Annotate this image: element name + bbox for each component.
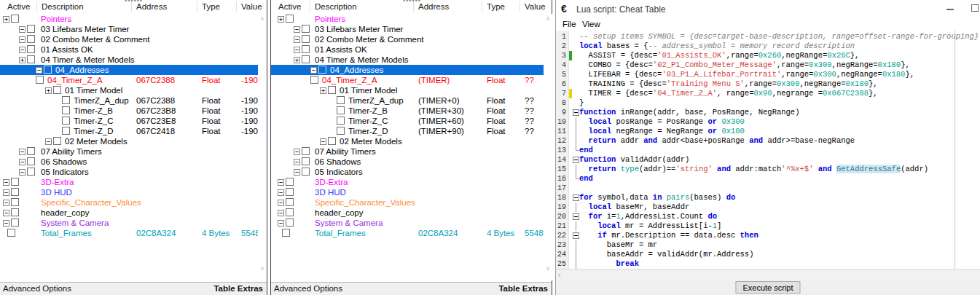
table-row[interactable]: −07 Ability Timers [271,146,552,157]
fold-toggle-icon[interactable] [573,109,579,116]
table-row[interactable]: Total_Frames02C8A3244 Bytes5548 [0,228,267,238]
active-checkbox[interactable] [337,96,345,104]
column-header-value[interactable]: Value [525,2,546,11]
active-checkbox[interactable] [286,208,294,216]
active-checkbox[interactable] [286,188,294,196]
active-checkbox[interactable] [53,137,61,145]
table-row[interactable]: −03 Lifebars Meter Timer [271,24,552,34]
expand-toggle[interactable]: − [278,210,284,216]
table-row[interactable]: −01 Assists OK [271,44,552,55]
active-checkbox[interactable] [302,157,310,165]
expand-toggle[interactable]: − [320,138,326,145]
active-checkbox[interactable] [62,127,70,135]
column-header-address[interactable]: Address [136,2,167,11]
expand-toggle[interactable]: − [278,179,284,186]
expand-toggle[interactable]: + [320,87,326,94]
expand-toggle[interactable]: − [310,67,317,74]
expand-toggle[interactable]: + [294,57,300,63]
table-row[interactable]: −07 Ability Timers [0,146,267,157]
active-checkbox[interactable] [11,178,19,186]
active-checkbox[interactable] [27,45,35,53]
expand-toggle[interactable]: − [3,220,9,227]
active-checkbox[interactable] [11,208,19,216]
active-checkbox[interactable] [302,147,310,155]
table-extras-label[interactable]: Table Extras [213,284,263,293]
table-row[interactable]: +Pointers [271,14,552,24]
table-row[interactable]: −03 Lifebars Meter Timer [0,24,267,34]
expand-toggle[interactable]: − [278,220,284,227]
expand-toggle[interactable]: − [294,26,300,33]
active-checkbox[interactable] [27,168,35,176]
active-checkbox[interactable] [337,117,345,125]
active-checkbox[interactable] [286,219,294,227]
column-header-description[interactable]: Description [315,2,357,11]
table-row[interactable]: Timer-Z_B067C23B8Float-190 [0,106,267,116]
active-checkbox[interactable] [328,86,336,94]
lua-code-editor[interactable]: 1-- setup items SYMBOL = {desc=target-ba… [556,31,980,269]
expand-toggle[interactable]: − [19,26,26,33]
fold-toggle-icon[interactable] [573,194,579,201]
minimize-button[interactable] [946,9,954,10]
table-row[interactable]: 04_Timer_Z_A(TIMER)Float?? [271,75,552,85]
scroll-up-icon[interactable]: ∧ [258,15,267,23]
table-row[interactable]: −3D HUD [0,187,267,197]
active-checkbox[interactable] [11,219,19,227]
table-extras-label[interactable]: Table Extras [498,284,548,293]
active-checkbox[interactable] [337,127,345,135]
table-row[interactable]: Timer-Z_D(TIMER+90)Float?? [271,126,552,136]
scroll-up-icon[interactable]: ∧ [544,15,552,23]
active-checkbox[interactable] [27,147,35,155]
table-row[interactable]: −header_copy [0,208,267,218]
table-row[interactable]: −01 Assists OK [0,44,267,55]
active-checkbox[interactable] [302,168,310,176]
table-row[interactable]: −06 Shadows [271,157,552,167]
active-checkbox[interactable] [27,35,35,43]
active-checkbox[interactable] [27,157,35,165]
table-row[interactable]: Timer-Z_D067C2418Float-190 [0,126,267,136]
table-row[interactable]: −02 Combo Meter & Comment [271,34,552,44]
expand-toggle[interactable]: − [19,169,26,176]
fold-toggle-icon[interactable] [573,213,579,220]
active-checkbox[interactable] [62,96,70,104]
table-row[interactable]: +04 Timer & Meter Models [271,55,552,65]
table-row[interactable]: −3D-Extra [271,177,552,187]
vertical-scrollbar[interactable]: ∧∨ [258,14,267,280]
table-row[interactable]: TimerZ_A_dup067C2388Float-190 [0,95,267,106]
menu-item-view[interactable]: View [582,20,600,28]
column-header-description[interactable]: Description [42,2,84,11]
active-checkbox[interactable] [44,66,52,74]
horizontal-scrollbar[interactable]: ‹ [556,269,980,280]
fold-toggle-icon[interactable] [573,232,579,239]
active-checkbox[interactable] [282,229,290,237]
column-header-value[interactable]: Value [241,2,262,11]
expand-toggle[interactable]: − [294,47,300,53]
expand-toggle[interactable]: − [294,36,300,43]
active-checkbox[interactable] [11,15,19,23]
table-row[interactable]: −3D HUD [271,187,552,197]
table-row[interactable]: −04_Addresses [271,65,552,75]
expand-toggle[interactable]: − [294,169,300,176]
table-row[interactable]: +01 Timer Model [271,85,552,95]
expand-toggle[interactable]: − [294,159,300,165]
table-row[interactable]: −05 Indicators [0,167,267,177]
table-row[interactable]: −02 Meter Models [271,136,552,146]
window-title-bar[interactable]: € Lua script: Cheat Table [556,0,980,19]
expand-toggle[interactable]: − [3,200,9,206]
expand-toggle[interactable]: + [45,87,52,94]
table-row[interactable]: +Pointers [0,14,267,24]
active-checkbox[interactable] [286,198,294,206]
expand-toggle[interactable]: + [19,57,26,63]
scroll-left-icon[interactable]: ‹ [558,270,560,280]
expand-toggle[interactable]: − [294,149,300,155]
table-row[interactable]: TimerZ_A_dup(TIMER+0)Float?? [271,95,552,106]
active-checkbox[interactable] [11,188,19,196]
active-checkbox[interactable] [302,35,310,43]
active-checkbox[interactable] [62,106,70,114]
table-row[interactable]: −System & Camera [271,218,552,228]
active-checkbox[interactable] [310,76,318,84]
table-row[interactable]: Timer-Z_C067C23E8Float-190 [0,116,267,126]
table-row[interactable]: −System & Camera [0,218,267,228]
table-row[interactable]: +01 Timer Model [0,85,267,95]
expand-toggle[interactable]: − [19,47,26,53]
expand-toggle[interactable]: − [36,67,42,74]
